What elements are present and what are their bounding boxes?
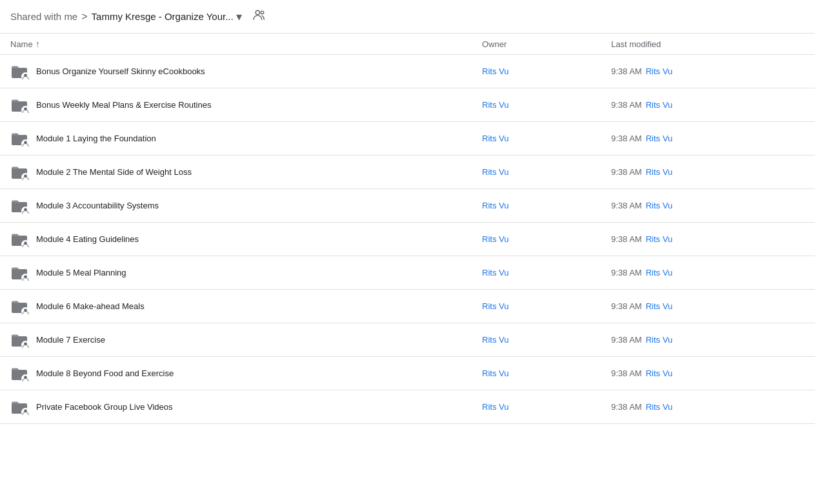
name-cell: Bonus Organize Yourself Skinny eCookbook… [10,63,482,81]
name-cell: Module 8 Beyond Food and Exercise [10,365,482,383]
name-cell: Module 4 Eating Guidelines [10,230,482,248]
modified-user[interactable]: Rits Vu [646,134,672,143]
modified-cell: 9:38 AM Rits Vu [611,335,805,345]
owner-cell[interactable]: Rits Vu [482,167,611,177]
svg-point-0 [256,10,259,14]
modified-cell: 9:38 AM Rits Vu [611,268,805,277]
modified-cell: 9:38 AM Rits Vu [611,134,805,143]
table-row[interactable]: Private Facebook Group Live Videos Rits … [0,390,815,424]
owner-cell[interactable]: Rits Vu [482,268,611,277]
table-row[interactable]: Module 2 The Mental Side of Weight Loss … [0,156,815,189]
modified-user[interactable]: Rits Vu [646,234,672,244]
shared-person-badge [21,173,30,181]
name-cell: Private Facebook Group Live Videos [10,398,482,416]
table-row[interactable]: Module 7 Exercise Rits Vu 9:38 AM Rits V… [0,323,815,357]
breadcrumb-shared-with-me[interactable]: Shared with me [10,11,77,22]
breadcrumb-dropdown-icon[interactable]: ▾ [236,10,242,24]
modified-time: 9:38 AM [611,66,642,76]
table-row[interactable]: Module 1 Laying the Foundation Rits Vu 9… [0,122,815,156]
name-cell: Module 7 Exercise [10,331,482,349]
modified-user[interactable]: Rits Vu [646,368,672,378]
breadcrumb-separator: > [81,11,87,23]
modified-user[interactable]: Rits Vu [646,301,672,311]
file-name: Bonus Organize Yourself Skinny eCookbook… [36,66,205,76]
name-cell: Module 6 Make-ahead Meals [10,297,482,316]
file-name: Module 2 The Mental Side of Weight Loss [36,167,192,177]
shared-person-badge [21,341,30,349]
owner-cell[interactable]: Rits Vu [482,368,611,378]
modified-cell: 9:38 AM Rits Vu [611,402,805,412]
name-cell: Module 3 Accountability Systems [10,197,482,215]
modified-user[interactable]: Rits Vu [646,100,672,110]
modified-time: 9:38 AM [611,100,642,110]
modified-user[interactable]: Rits Vu [646,335,672,345]
table-row[interactable]: Module 6 Make-ahead Meals Rits Vu 9:38 A… [0,290,815,323]
owner-cell[interactable]: Rits Vu [482,335,611,345]
modified-time: 9:38 AM [611,368,642,378]
sort-ascending-icon: ↑ [35,39,40,49]
shared-person-badge [21,207,30,215]
table-row[interactable]: Module 8 Beyond Food and Exercise Rits V… [0,357,815,390]
file-name: Module 4 Eating Guidelines [36,234,139,244]
table-row[interactable]: Module 3 Accountability Systems Rits Vu … [0,189,815,223]
svg-point-1 [261,11,264,14]
shared-folder-icon [10,130,28,148]
modified-user[interactable]: Rits Vu [646,66,672,76]
modified-cell: 9:38 AM Rits Vu [611,368,805,378]
file-name: Module 1 Laying the Foundation [36,134,156,143]
modified-user[interactable]: Rits Vu [646,268,672,277]
shared-person-badge [21,106,30,114]
owner-cell[interactable]: Rits Vu [482,234,611,244]
table-row[interactable]: Module 4 Eating Guidelines Rits Vu 9:38 … [0,223,815,256]
shared-folder-icon [10,163,28,181]
modified-time: 9:38 AM [611,234,642,244]
owner-cell[interactable]: Rits Vu [482,66,611,76]
shared-person-badge [21,408,30,416]
shared-person-badge [21,139,30,148]
breadcrumb-current-label[interactable]: Tammy Kresge - Organize Your... [92,11,234,22]
shared-folder-icon [10,63,28,81]
column-name[interactable]: Name ↑ [10,39,482,49]
modified-time: 9:38 AM [611,301,642,311]
column-last-modified: Last modified [611,39,805,49]
modified-time: 9:38 AM [611,268,642,277]
file-name: Bonus Weekly Meal Plans & Exercise Routi… [36,100,211,110]
file-name: Module 3 Accountability Systems [36,201,159,210]
modified-user[interactable]: Rits Vu [646,402,672,412]
header: Shared with me > Tammy Kresge - Organize… [0,0,815,34]
shared-folder-icon [10,96,28,114]
name-cell: Module 5 Meal Planning [10,264,482,282]
table-row[interactable]: Bonus Organize Yourself Skinny eCookbook… [0,55,815,88]
file-name: Module 6 Make-ahead Meals [36,301,145,311]
shared-folder-icon [10,264,28,282]
file-name: Module 8 Beyond Food and Exercise [36,368,174,378]
file-name: Private Facebook Group Live Videos [36,402,173,412]
owner-cell[interactable]: Rits Vu [482,201,611,210]
shared-person-badge [21,240,30,248]
shared-folder-icon [10,365,28,383]
modified-user[interactable]: Rits Vu [646,167,672,177]
shared-folder-icon [10,331,28,349]
modified-time: 9:38 AM [611,402,642,412]
modified-time: 9:38 AM [611,335,642,345]
table-header: Name ↑ Owner Last modified [0,34,815,55]
breadcrumb-current-folder: Tammy Kresge - Organize Your... ▾ [92,10,242,24]
modified-cell: 9:38 AM Rits Vu [611,100,805,110]
owner-cell[interactable]: Rits Vu [482,134,611,143]
table-row[interactable]: Bonus Weekly Meal Plans & Exercise Routi… [0,88,815,122]
shared-person-badge [21,72,30,81]
owner-cell[interactable]: Rits Vu [482,100,611,110]
file-name: Module 5 Meal Planning [36,268,126,277]
name-cell: Bonus Weekly Meal Plans & Exercise Routi… [10,96,482,114]
owner-cell[interactable]: Rits Vu [482,402,611,412]
shared-folder-icon [10,398,28,416]
table-row[interactable]: Module 5 Meal Planning Rits Vu 9:38 AM R… [0,256,815,290]
modified-user[interactable]: Rits Vu [646,201,672,210]
people-icon[interactable] [252,9,267,24]
owner-cell[interactable]: Rits Vu [482,301,611,311]
shared-folder-icon [10,230,28,248]
name-cell: Module 1 Laying the Foundation [10,130,482,148]
shared-person-badge [21,307,30,316]
file-name: Module 7 Exercise [36,335,105,345]
modified-time: 9:38 AM [611,201,642,210]
